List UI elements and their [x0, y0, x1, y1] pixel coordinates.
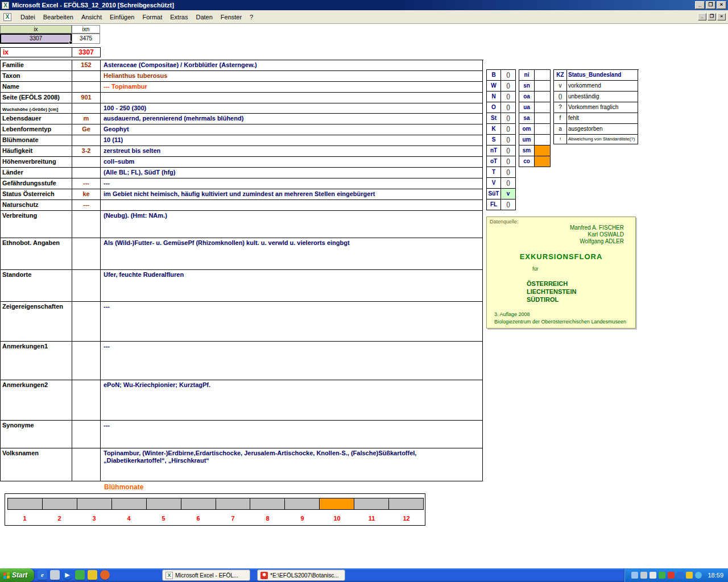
field-label[interactable]: Taxon — [1, 71, 72, 82]
field-value[interactable]: coll–subm — [101, 157, 483, 168]
field-value[interactable] — [101, 200, 483, 211]
bundesland-status[interactable]: () — [501, 146, 516, 156]
field-value[interactable]: Geophyt — [101, 124, 483, 135]
menu-extras[interactable]: Extras — [166, 12, 192, 22]
menu-bearbeiten[interactable]: Bearbeiten — [39, 12, 77, 22]
close-icon[interactable]: × — [717, 1, 726, 9]
bundesland-code[interactable]: sm — [519, 146, 535, 156]
alert-icon[interactable] — [668, 572, 675, 579]
bundesland-code[interactable]: O — [487, 102, 501, 113]
internet-explorer-icon[interactable]: e — [38, 570, 47, 580]
field-code[interactable] — [72, 448, 101, 481]
bundesland-code[interactable]: B — [487, 70, 501, 81]
field-value[interactable]: im Gebiet nicht heimisch, häufig kultivi… — [101, 189, 483, 200]
legend-code[interactable]: f — [554, 113, 567, 124]
field-value[interactable]: zerstreut bis selten — [101, 146, 483, 157]
ix-header-cell[interactable]: ix — [0, 25, 72, 34]
field-value[interactable]: Helianthus tuberosus — [101, 71, 483, 82]
legend-code[interactable]: () — [554, 92, 567, 102]
legend-code[interactable]: a — [554, 124, 567, 135]
field-code[interactable]: 901 — [72, 93, 101, 103]
record-id-value[interactable]: 3307 — [72, 48, 100, 57]
field-label[interactable]: Verbreitung — [1, 211, 72, 238]
field-label[interactable]: Seite (EFÖLS 2008) — [1, 93, 72, 103]
bundesland-status[interactable] — [535, 70, 551, 81]
bundesland-status[interactable] — [535, 102, 551, 113]
bundesland-code[interactable]: St — [487, 113, 501, 124]
bundesland-status-highlighted[interactable]: v — [501, 189, 516, 199]
field-value[interactable]: --- — [101, 421, 483, 448]
media-player-icon[interactable]: ▶ — [63, 570, 72, 580]
restore-icon[interactable]: ❐ — [706, 1, 715, 9]
field-label[interactable]: Name — [1, 82, 72, 93]
bundesland-status[interactable]: () — [501, 113, 516, 124]
record-id-label[interactable]: ix — [1, 48, 72, 57]
field-value[interactable]: ePoN; Wu-Kriechpionier; KurztagPf. — [101, 380, 483, 421]
taskbar-task-excel[interactable]: X Microsoft Excel - EFÖL... — [162, 569, 250, 581]
bundesland-status[interactable]: () — [501, 167, 516, 178]
sheet-minimize-icon[interactable]: _ — [698, 13, 706, 20]
bundesland-code[interactable]: sa — [519, 113, 535, 124]
sheet-restore-icon[interactable]: ❐ — [708, 13, 716, 20]
field-code[interactable] — [72, 135, 101, 146]
field-code[interactable] — [72, 157, 101, 168]
field-value[interactable]: 100 - 250 (300) — [101, 103, 483, 114]
volume-icon[interactable] — [631, 572, 638, 579]
info-icon[interactable] — [695, 572, 702, 579]
bundesland-code[interactable]: um — [519, 135, 535, 146]
field-code[interactable] — [72, 168, 101, 178]
legend-label[interactable]: Abweichung von Standardliste(?) — [567, 135, 638, 144]
bundesland-status[interactable]: () — [501, 102, 516, 113]
field-label[interactable]: Volksnamen — [1, 448, 72, 481]
taskbar-task-document[interactable]: ✱ *E:\EFÖLS2007\Botanisc... — [257, 569, 345, 581]
bundesland-status[interactable] — [535, 81, 551, 92]
field-code[interactable] — [72, 82, 101, 93]
legend-code[interactable]: ! — [554, 135, 567, 144]
legend-kz-header[interactable]: KZ — [554, 70, 567, 81]
field-value[interactable]: --- Topinambur — [101, 82, 483, 93]
field-code[interactable]: Ge — [72, 124, 101, 135]
field-label[interactable]: Häufigkeit — [1, 146, 72, 157]
bundesland-status[interactable]: () — [501, 156, 516, 167]
field-label[interactable]: Gefährdungsstufe — [1, 178, 72, 189]
legend-label[interactable]: Vorkommen fraglich — [567, 102, 638, 113]
bundesland-code[interactable]: SüT — [487, 189, 501, 199]
field-label[interactable]: Blühmonate — [1, 135, 72, 146]
start-button[interactable]: Start — [0, 568, 34, 582]
menu-fenster[interactable]: Fenster — [217, 12, 246, 22]
field-label[interactable]: Höhenverbreitung — [1, 157, 72, 168]
legend-label[interactable]: unbeständig — [567, 92, 638, 102]
bundesland-code[interactable]: V — [487, 178, 501, 189]
network-icon[interactable] — [640, 572, 647, 579]
menu-einfuegen[interactable]: Einfügen — [106, 12, 138, 22]
field-label[interactable]: Anmerkungen2 — [1, 380, 72, 421]
bundesland-code[interactable]: FL — [487, 199, 501, 210]
field-label[interactable]: Naturschutz — [1, 200, 72, 211]
bloom-months-chart[interactable]: 1 2 3 4 5 6 7 8 9 10 11 12 — [5, 493, 425, 526]
field-label[interactable]: Lebensdauer — [1, 114, 72, 124]
menu-daten[interactable]: Daten — [192, 12, 216, 22]
field-label[interactable]: Anmerkungen1 — [1, 342, 72, 380]
field-value[interactable]: --- — [101, 178, 483, 189]
legend-label[interactable]: fehlt — [567, 113, 638, 124]
field-code[interactable] — [72, 270, 101, 302]
ixn-header-cell[interactable]: ixn — [72, 25, 100, 34]
field-label[interactable]: Status Österreich — [1, 189, 72, 200]
bundesland-status[interactable]: () — [501, 124, 516, 135]
bundesland-code[interactable]: nT — [487, 146, 501, 156]
field-code[interactable]: ke — [72, 189, 101, 200]
bundesland-code[interactable]: K — [487, 124, 501, 135]
field-code[interactable]: --- — [72, 200, 101, 211]
field-code[interactable] — [72, 71, 101, 82]
field-label[interactable]: Synonyme — [1, 421, 72, 448]
bundesland-status[interactable] — [535, 92, 551, 102]
yellow-app-icon[interactable] — [88, 570, 97, 580]
legend-code[interactable]: ? — [554, 102, 567, 113]
legend-label[interactable]: vorkommend — [567, 81, 638, 92]
field-code[interactable] — [72, 103, 101, 114]
field-code[interactable]: 3-2 — [72, 146, 101, 157]
field-value[interactable] — [101, 93, 483, 103]
spreadsheet-area[interactable]: ix ixn 3307 3475 ix 3307 Familie 152 Ast… — [0, 24, 728, 568]
field-label[interactable]: Zeigereigenschaften — [1, 302, 72, 342]
bundesland-code[interactable]: S — [487, 135, 501, 146]
